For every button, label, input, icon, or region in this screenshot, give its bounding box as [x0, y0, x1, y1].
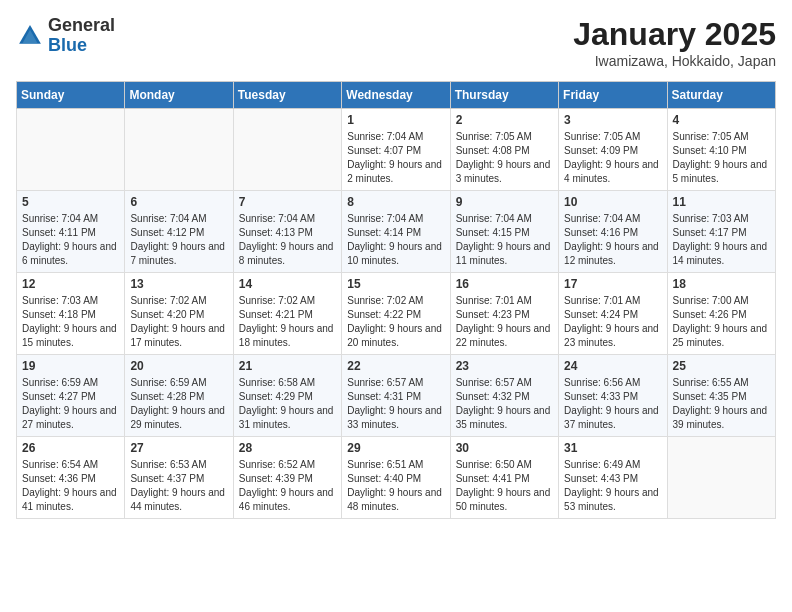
- calendar-day-cell: 8Sunrise: 7:04 AM Sunset: 4:14 PM Daylig…: [342, 191, 450, 273]
- day-number: 14: [239, 277, 336, 291]
- day-info: Sunrise: 7:00 AM Sunset: 4:26 PM Dayligh…: [673, 294, 770, 350]
- day-info: Sunrise: 7:04 AM Sunset: 4:15 PM Dayligh…: [456, 212, 553, 268]
- calendar-day-cell: 22Sunrise: 6:57 AM Sunset: 4:31 PM Dayli…: [342, 355, 450, 437]
- day-number: 16: [456, 277, 553, 291]
- calendar-day-cell: 25Sunrise: 6:55 AM Sunset: 4:35 PM Dayli…: [667, 355, 775, 437]
- calendar-day-cell: 3Sunrise: 7:05 AM Sunset: 4:09 PM Daylig…: [559, 109, 667, 191]
- calendar-day-cell: 15Sunrise: 7:02 AM Sunset: 4:22 PM Dayli…: [342, 273, 450, 355]
- day-info: Sunrise: 7:02 AM Sunset: 4:20 PM Dayligh…: [130, 294, 227, 350]
- calendar-empty-cell: [233, 109, 341, 191]
- day-info: Sunrise: 7:04 AM Sunset: 4:07 PM Dayligh…: [347, 130, 444, 186]
- day-number: 17: [564, 277, 661, 291]
- calendar-week-row: 1Sunrise: 7:04 AM Sunset: 4:07 PM Daylig…: [17, 109, 776, 191]
- calendar-day-cell: 30Sunrise: 6:50 AM Sunset: 4:41 PM Dayli…: [450, 437, 558, 519]
- calendar-header: SundayMondayTuesdayWednesdayThursdayFrid…: [17, 82, 776, 109]
- day-number: 19: [22, 359, 119, 373]
- day-number: 7: [239, 195, 336, 209]
- day-info: Sunrise: 6:53 AM Sunset: 4:37 PM Dayligh…: [130, 458, 227, 514]
- day-number: 1: [347, 113, 444, 127]
- day-info: Sunrise: 6:56 AM Sunset: 4:33 PM Dayligh…: [564, 376, 661, 432]
- calendar-day-cell: 13Sunrise: 7:02 AM Sunset: 4:20 PM Dayli…: [125, 273, 233, 355]
- day-of-week-header: Wednesday: [342, 82, 450, 109]
- day-info: Sunrise: 6:54 AM Sunset: 4:36 PM Dayligh…: [22, 458, 119, 514]
- day-info: Sunrise: 7:02 AM Sunset: 4:22 PM Dayligh…: [347, 294, 444, 350]
- day-number: 15: [347, 277, 444, 291]
- day-info: Sunrise: 7:04 AM Sunset: 4:12 PM Dayligh…: [130, 212, 227, 268]
- day-info: Sunrise: 6:52 AM Sunset: 4:39 PM Dayligh…: [239, 458, 336, 514]
- calendar-day-cell: 26Sunrise: 6:54 AM Sunset: 4:36 PM Dayli…: [17, 437, 125, 519]
- day-info: Sunrise: 7:04 AM Sunset: 4:14 PM Dayligh…: [347, 212, 444, 268]
- day-info: Sunrise: 7:05 AM Sunset: 4:09 PM Dayligh…: [564, 130, 661, 186]
- calendar-table: SundayMondayTuesdayWednesdayThursdayFrid…: [16, 81, 776, 519]
- day-number: 11: [673, 195, 770, 209]
- calendar-day-cell: 1Sunrise: 7:04 AM Sunset: 4:07 PM Daylig…: [342, 109, 450, 191]
- day-number: 31: [564, 441, 661, 455]
- day-info: Sunrise: 7:03 AM Sunset: 4:18 PM Dayligh…: [22, 294, 119, 350]
- day-number: 28: [239, 441, 336, 455]
- day-info: Sunrise: 7:01 AM Sunset: 4:24 PM Dayligh…: [564, 294, 661, 350]
- calendar-day-cell: 6Sunrise: 7:04 AM Sunset: 4:12 PM Daylig…: [125, 191, 233, 273]
- day-number: 22: [347, 359, 444, 373]
- day-info: Sunrise: 6:59 AM Sunset: 4:27 PM Dayligh…: [22, 376, 119, 432]
- calendar-day-cell: 7Sunrise: 7:04 AM Sunset: 4:13 PM Daylig…: [233, 191, 341, 273]
- day-info: Sunrise: 6:49 AM Sunset: 4:43 PM Dayligh…: [564, 458, 661, 514]
- day-info: Sunrise: 6:50 AM Sunset: 4:41 PM Dayligh…: [456, 458, 553, 514]
- page-header: General Blue January 2025 Iwamizawa, Hok…: [16, 16, 776, 69]
- generalblue-logo-icon: [16, 22, 44, 50]
- calendar-day-cell: 24Sunrise: 6:56 AM Sunset: 4:33 PM Dayli…: [559, 355, 667, 437]
- calendar-day-cell: 27Sunrise: 6:53 AM Sunset: 4:37 PM Dayli…: [125, 437, 233, 519]
- month-title: January 2025: [573, 16, 776, 53]
- calendar-day-cell: 14Sunrise: 7:02 AM Sunset: 4:21 PM Dayli…: [233, 273, 341, 355]
- day-number: 4: [673, 113, 770, 127]
- calendar-day-cell: 16Sunrise: 7:01 AM Sunset: 4:23 PM Dayli…: [450, 273, 558, 355]
- calendar-empty-cell: [17, 109, 125, 191]
- calendar-body: 1Sunrise: 7:04 AM Sunset: 4:07 PM Daylig…: [17, 109, 776, 519]
- day-number: 8: [347, 195, 444, 209]
- calendar-day-cell: 11Sunrise: 7:03 AM Sunset: 4:17 PM Dayli…: [667, 191, 775, 273]
- day-info: Sunrise: 7:04 AM Sunset: 4:11 PM Dayligh…: [22, 212, 119, 268]
- calendar-day-cell: 17Sunrise: 7:01 AM Sunset: 4:24 PM Dayli…: [559, 273, 667, 355]
- day-info: Sunrise: 6:51 AM Sunset: 4:40 PM Dayligh…: [347, 458, 444, 514]
- day-number: 6: [130, 195, 227, 209]
- day-number: 12: [22, 277, 119, 291]
- calendar-day-cell: 28Sunrise: 6:52 AM Sunset: 4:39 PM Dayli…: [233, 437, 341, 519]
- day-of-week-header: Tuesday: [233, 82, 341, 109]
- calendar-week-row: 5Sunrise: 7:04 AM Sunset: 4:11 PM Daylig…: [17, 191, 776, 273]
- day-of-week-header: Monday: [125, 82, 233, 109]
- day-number: 25: [673, 359, 770, 373]
- calendar-day-cell: 31Sunrise: 6:49 AM Sunset: 4:43 PM Dayli…: [559, 437, 667, 519]
- day-number: 30: [456, 441, 553, 455]
- calendar-day-cell: 9Sunrise: 7:04 AM Sunset: 4:15 PM Daylig…: [450, 191, 558, 273]
- day-number: 9: [456, 195, 553, 209]
- day-info: Sunrise: 7:03 AM Sunset: 4:17 PM Dayligh…: [673, 212, 770, 268]
- day-info: Sunrise: 7:02 AM Sunset: 4:21 PM Dayligh…: [239, 294, 336, 350]
- calendar-week-row: 19Sunrise: 6:59 AM Sunset: 4:27 PM Dayli…: [17, 355, 776, 437]
- day-info: Sunrise: 6:55 AM Sunset: 4:35 PM Dayligh…: [673, 376, 770, 432]
- calendar-day-cell: 23Sunrise: 6:57 AM Sunset: 4:32 PM Dayli…: [450, 355, 558, 437]
- day-of-week-header: Sunday: [17, 82, 125, 109]
- day-number: 10: [564, 195, 661, 209]
- day-of-week-header: Saturday: [667, 82, 775, 109]
- calendar-day-cell: 21Sunrise: 6:58 AM Sunset: 4:29 PM Dayli…: [233, 355, 341, 437]
- calendar-empty-cell: [667, 437, 775, 519]
- day-info: Sunrise: 6:57 AM Sunset: 4:32 PM Dayligh…: [456, 376, 553, 432]
- day-info: Sunrise: 6:59 AM Sunset: 4:28 PM Dayligh…: [130, 376, 227, 432]
- calendar-day-cell: 19Sunrise: 6:59 AM Sunset: 4:27 PM Dayli…: [17, 355, 125, 437]
- day-info: Sunrise: 7:04 AM Sunset: 4:16 PM Dayligh…: [564, 212, 661, 268]
- calendar-day-cell: 18Sunrise: 7:00 AM Sunset: 4:26 PM Dayli…: [667, 273, 775, 355]
- day-info: Sunrise: 6:58 AM Sunset: 4:29 PM Dayligh…: [239, 376, 336, 432]
- day-number: 3: [564, 113, 661, 127]
- calendar-day-cell: 29Sunrise: 6:51 AM Sunset: 4:40 PM Dayli…: [342, 437, 450, 519]
- day-number: 18: [673, 277, 770, 291]
- day-info: Sunrise: 7:04 AM Sunset: 4:13 PM Dayligh…: [239, 212, 336, 268]
- day-number: 2: [456, 113, 553, 127]
- day-number: 20: [130, 359, 227, 373]
- calendar-day-cell: 10Sunrise: 7:04 AM Sunset: 4:16 PM Dayli…: [559, 191, 667, 273]
- logo: General Blue: [16, 16, 115, 56]
- day-number: 13: [130, 277, 227, 291]
- calendar-day-cell: 4Sunrise: 7:05 AM Sunset: 4:10 PM Daylig…: [667, 109, 775, 191]
- day-of-week-header: Friday: [559, 82, 667, 109]
- day-info: Sunrise: 6:57 AM Sunset: 4:31 PM Dayligh…: [347, 376, 444, 432]
- day-info: Sunrise: 7:01 AM Sunset: 4:23 PM Dayligh…: [456, 294, 553, 350]
- day-number: 27: [130, 441, 227, 455]
